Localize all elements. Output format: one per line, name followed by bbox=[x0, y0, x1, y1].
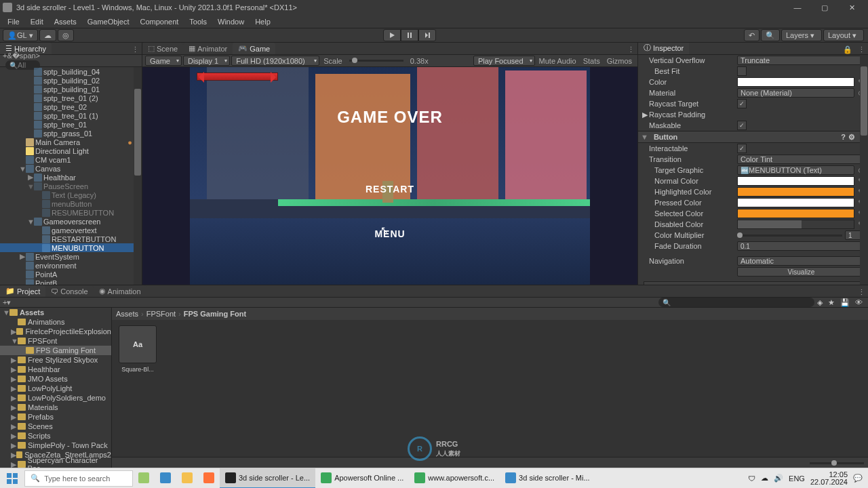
layers-dropdown[interactable]: Layers ▾ bbox=[781, 29, 822, 41]
inspector-scrollbar[interactable] bbox=[860, 55, 868, 285]
taskbar-item[interactable] bbox=[198, 468, 220, 489]
search-button[interactable]: 🔍 bbox=[761, 29, 780, 41]
hierarchy-item[interactable]: ▶Healthbar bbox=[0, 173, 142, 182]
hierarchy-item[interactable]: Text (Legacy) bbox=[0, 190, 142, 199]
hierarchy-item[interactable]: PointB bbox=[0, 279, 142, 285]
tray-language-indicator[interactable]: ENG bbox=[789, 474, 805, 483]
help-icon[interactable]: ? bbox=[841, 133, 846, 141]
hidden-packages-icon[interactable]: 👁 bbox=[852, 298, 865, 306]
scale-slider[interactable] bbox=[349, 60, 403, 62]
hierarchy-item[interactable]: sptp_building_02 bbox=[0, 76, 142, 85]
project-tree-item[interactable]: ▼FPSFont bbox=[0, 336, 111, 346]
project-zoom-slider[interactable] bbox=[810, 462, 864, 464]
play-button[interactable] bbox=[383, 29, 401, 41]
project-tree-item[interactable]: ▶Free Stylized Skybox bbox=[0, 355, 111, 365]
taskbar-item[interactable] bbox=[133, 468, 155, 489]
layout-dropdown[interactable]: Layout ▾ bbox=[823, 29, 864, 41]
menu-file[interactable]: File bbox=[3, 17, 24, 26]
project-tree-item[interactable]: ▶FireIceProjectileExplosion bbox=[0, 327, 111, 336]
hierarchy-item[interactable]: Directional Light bbox=[0, 146, 142, 155]
inspector-options-icon[interactable]: ⋮ bbox=[855, 45, 868, 54]
highlighted-color-swatch[interactable] bbox=[737, 187, 854, 197]
selected-color-swatch[interactable] bbox=[737, 209, 854, 218]
project-tree-item[interactable]: ▶Healthbar bbox=[0, 365, 111, 374]
breadcrumb-item[interactable]: Assets bbox=[116, 310, 138, 318]
account-dropdown[interactable]: 👤 GL ▾ bbox=[3, 29, 38, 41]
material-field[interactable]: None (Material) bbox=[737, 88, 854, 98]
hierarchy-item[interactable]: ▼Canvas bbox=[0, 164, 142, 173]
notification-icon[interactable]: 💬 bbox=[853, 474, 863, 483]
project-tree-item[interactable]: ▶Scenes bbox=[0, 422, 111, 431]
interactable-checkbox[interactable] bbox=[737, 144, 747, 153]
start-button[interactable] bbox=[0, 468, 24, 489]
game-options-icon[interactable]: ⋮ bbox=[625, 45, 637, 54]
hierarchy-item[interactable]: Main Camera● bbox=[0, 138, 142, 146]
project-tree-item[interactable]: ▶Scripts bbox=[0, 431, 111, 441]
fade-duration-field[interactable]: 0.1 bbox=[737, 241, 865, 251]
hierarchy-item[interactable]: PointA bbox=[0, 270, 142, 279]
hierarchy-item[interactable]: sptp_tree_01 bbox=[0, 120, 142, 129]
save-search-icon[interactable]: 💾 bbox=[837, 298, 852, 307]
filter-by-label-icon[interactable]: ★ bbox=[825, 298, 837, 307]
project-asset-item[interactable]: Aa Square-Bl... bbox=[117, 325, 158, 373]
preset-icon[interactable]: ⚙ bbox=[848, 133, 855, 142]
scene-tab[interactable]: ⬚ Scene bbox=[142, 43, 183, 54]
cloud-button[interactable]: ☁ bbox=[39, 29, 56, 41]
color-swatch[interactable] bbox=[737, 77, 854, 87]
hierarchy-item[interactable]: ▶EventSystem bbox=[0, 252, 142, 261]
hierarchy-item[interactable]: sptp_tree_01 (1) bbox=[0, 111, 142, 120]
navigation-dropdown[interactable]: Automatic bbox=[737, 256, 865, 266]
display-dropdown[interactable]: Display 1 bbox=[183, 56, 230, 66]
hierarchy-item[interactable]: MENUBUTTON bbox=[0, 243, 142, 252]
hierarchy-item[interactable]: sptp_tree_02 bbox=[0, 102, 142, 111]
raycast-checkbox[interactable] bbox=[737, 99, 747, 108]
taskbar-clock[interactable]: 12:05 22.07.2024 bbox=[810, 471, 848, 486]
project-add-button[interactable]: +▾ bbox=[3, 298, 11, 307]
filter-by-type-icon[interactable]: ◈ bbox=[814, 298, 825, 307]
maximize-button[interactable]: ▢ bbox=[811, 0, 838, 15]
project-tab[interactable]: 📁 Project bbox=[0, 285, 45, 297]
normal-color-swatch[interactable] bbox=[737, 176, 854, 186]
visualize-button[interactable]: Visualize bbox=[737, 267, 865, 277]
breadcrumb-item[interactable]: FPS Gaming Font bbox=[184, 310, 246, 318]
game-view-canvas[interactable]: ↖ GAME OVER RESTART MENU bbox=[190, 67, 590, 285]
menu-button-text[interactable]: MENU bbox=[190, 228, 590, 239]
menu-component[interactable]: Component bbox=[135, 17, 183, 26]
taskbar-item[interactable]: www.apowersoft.c... bbox=[409, 468, 500, 489]
project-tree-item[interactable]: Animations bbox=[0, 317, 111, 327]
hierarchy-item[interactable]: CM vcam1 bbox=[0, 155, 142, 164]
project-tree-item[interactable]: ▶JMO Assets bbox=[0, 374, 111, 384]
hierarchy-item[interactable]: sptp_building_04 bbox=[0, 67, 142, 76]
project-tree-item[interactable]: ▶LowPolySoldiers_demo bbox=[0, 393, 111, 403]
project-search-input[interactable]: 🔍 bbox=[658, 298, 814, 307]
gizmos-toggle[interactable]: Gizmos bbox=[604, 57, 635, 65]
step-button[interactable] bbox=[418, 29, 436, 41]
tray-icon[interactable]: ☁ bbox=[761, 474, 768, 483]
console-tab[interactable]: 🗨 Console bbox=[45, 286, 93, 297]
pressed-color-swatch[interactable] bbox=[737, 198, 854, 207]
hierarchy-item[interactable]: sptp_grass_01 bbox=[0, 129, 142, 138]
hierarchy-item[interactable]: sptp_building_01 bbox=[0, 85, 142, 94]
menu-gameobject[interactable]: GameObject bbox=[83, 17, 134, 26]
project-options-icon[interactable]: ⋮ bbox=[855, 288, 868, 297]
tray-icon[interactable]: 🛡 bbox=[748, 474, 755, 483]
close-button[interactable]: ✕ bbox=[838, 0, 865, 15]
project-tree-item[interactable]: ▶SimplePoly - Town Pack bbox=[0, 441, 111, 450]
project-tree-item[interactable]: ▼Assets bbox=[0, 308, 111, 317]
menu-assets[interactable]: Assets bbox=[50, 17, 81, 26]
taskbar-item[interactable]: 3d side scroller - Mi... bbox=[500, 468, 595, 489]
hierarchy-item[interactable]: ▼Gameoverscreen bbox=[0, 217, 142, 226]
menu-help[interactable]: Help bbox=[250, 17, 275, 26]
hierarchy-item[interactable]: environment bbox=[0, 261, 142, 270]
taskbar-item[interactable]: Apowersoft Online ... bbox=[315, 468, 409, 489]
mute-audio-toggle[interactable]: Mute Audio bbox=[536, 57, 579, 65]
target-graphic-field[interactable]: 🔤 MENUBUTTON (Text) bbox=[737, 165, 854, 175]
stats-toggle[interactable]: Stats bbox=[580, 57, 603, 65]
animator-tab[interactable]: ▦ Animator bbox=[183, 43, 233, 54]
maskable-checkbox[interactable] bbox=[737, 121, 747, 130]
menu-edit[interactable]: Edit bbox=[26, 17, 48, 26]
project-tree-item[interactable]: ▶LowPolyLight bbox=[0, 384, 111, 393]
animation-tab[interactable]: ◉ Animation bbox=[94, 285, 146, 297]
disabled-color-swatch[interactable] bbox=[737, 220, 854, 229]
play-focused-dropdown[interactable]: Play Focused bbox=[473, 56, 535, 66]
